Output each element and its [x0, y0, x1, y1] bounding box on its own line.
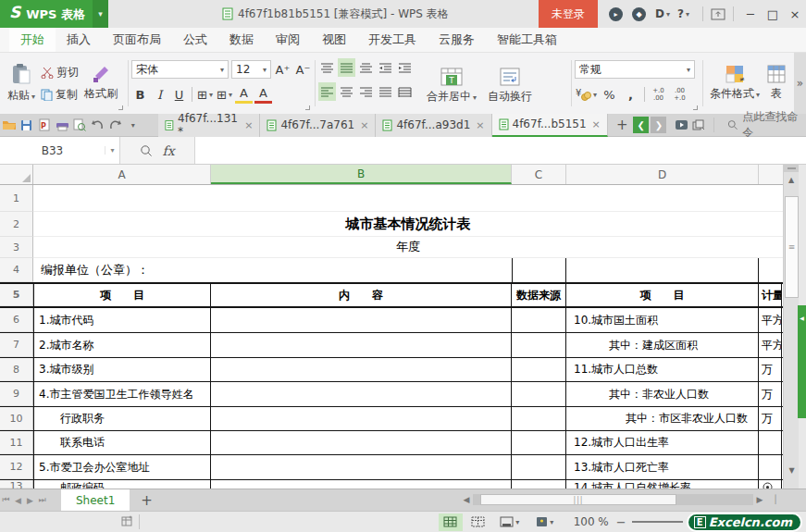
maximize-button[interactable]: □ — [762, 7, 784, 21]
shrink-font-button[interactable]: A⁻ — [294, 60, 312, 79]
cell-c8[interactable] — [512, 358, 566, 381]
row-header[interactable]: 9 — [0, 382, 33, 406]
fill-color-button[interactable]: A — [235, 85, 253, 104]
cell-e10[interactable]: 万 — [759, 407, 782, 430]
cell-row4-d[interactable] — [566, 258, 759, 282]
cell-d7[interactable]: 其中：建成区面积 — [566, 333, 759, 357]
cell-c12[interactable] — [512, 455, 566, 479]
percent-format-button[interactable]: % — [601, 85, 618, 104]
cell-e11[interactable] — [759, 431, 782, 454]
cell-c13[interactable] — [512, 480, 566, 489]
save-button[interactable] — [18, 115, 35, 135]
cell-c7[interactable] — [512, 333, 566, 357]
scroll-right-icon[interactable]: ▶ — [753, 495, 766, 504]
row-header[interactable]: 1 — [0, 185, 33, 212]
grow-font-button[interactable]: A⁺ — [274, 60, 291, 79]
cell-header-item2[interactable]: 项 目 — [566, 284, 759, 306]
next-sheet-icon[interactable]: ▶ — [24, 496, 36, 505]
align-middle-button[interactable] — [338, 58, 355, 77]
skin-center-icon[interactable]: ◆ — [632, 7, 646, 21]
vertical-scroll-thumb[interactable]: ≡ — [785, 196, 799, 298]
collapse-ribbon-icon[interactable] — [709, 4, 727, 24]
tab-formulas[interactable]: 公式 — [172, 28, 218, 52]
zoom-slider[interactable] — [632, 521, 683, 523]
row-header[interactable]: 2 — [0, 212, 33, 237]
cell-e12[interactable] — [759, 455, 782, 479]
comma-format-button[interactable]: , — [622, 85, 639, 104]
cell-year-label[interactable]: 年度 — [33, 237, 783, 258]
font-name-select[interactable]: 宋体▾ — [131, 60, 229, 79]
tab-view[interactable]: 视图 — [311, 28, 357, 52]
cell-table-title[interactable]: 城市基本情况统计表 — [33, 212, 783, 237]
align-center-button[interactable] — [338, 82, 355, 101]
cell-a6[interactable]: 1.城市代码 — [33, 308, 211, 332]
cell-d13[interactable]: 14.城市人口自然增长率 — [566, 480, 759, 489]
find-command-box[interactable]: 点此查找命令 — [727, 109, 806, 141]
cell-row1[interactable] — [33, 185, 783, 212]
cell-a12[interactable]: 5.市爱卫会办公室地址 — [33, 455, 211, 479]
cell-e6[interactable]: 平方 — [759, 308, 782, 332]
tab-smart-toolbox[interactable]: 智能工具箱 — [486, 28, 568, 52]
cell-b12[interactable] — [211, 455, 512, 479]
row-header[interactable]: 12 — [0, 455, 33, 479]
conditional-format-button[interactable]: ≠ 条件格式▾ — [706, 56, 763, 111]
app-menu-button[interactable]: S WPS 表格 ▾ — [0, 0, 108, 28]
cell-row4-c[interactable] — [512, 258, 566, 282]
tab-scroll-left-button[interactable]: ❮ — [633, 117, 649, 133]
italic-button[interactable]: I — [151, 85, 168, 104]
align-left-button[interactable] — [318, 82, 336, 101]
close-tab-icon[interactable]: × — [244, 119, 253, 131]
row-header[interactable]: 4 — [0, 258, 33, 282]
font-size-select[interactable]: 12▾ — [231, 60, 271, 79]
tab-developer[interactable]: 开发工具 — [357, 28, 428, 52]
redo-button[interactable] — [106, 115, 124, 135]
increase-indent-button[interactable] — [396, 58, 414, 77]
open-file-button[interactable] — [0, 115, 18, 135]
table-style-button[interactable]: 表 — [763, 56, 789, 111]
cell-b10[interactable] — [211, 407, 512, 430]
distribute-button[interactable] — [396, 82, 414, 101]
splitter-handle[interactable]: ▕ — [766, 495, 779, 504]
wrap-text-button[interactable]: 自动换行 — [484, 58, 536, 114]
cell-b6[interactable] — [211, 308, 512, 332]
borders-button[interactable]: ⊞▾ — [196, 85, 214, 104]
doc-tab-3[interactable]: 4f67f...a93d1× — [376, 114, 491, 137]
cell-d10[interactable]: 其中：市区非农业人口数 — [566, 407, 759, 430]
cell-c9[interactable] — [512, 382, 566, 406]
doc-tab-2[interactable]: 4f67f...7a761× — [260, 114, 376, 137]
close-tab-icon[interactable]: × — [360, 119, 368, 131]
cell-a8[interactable]: 3.城市级别 — [33, 358, 211, 381]
docer-button[interactable]: D▾ — [655, 7, 670, 20]
task-pane-handle[interactable]: ◀ — [798, 305, 806, 418]
cell-stats-icon[interactable] — [120, 514, 133, 529]
row-header[interactable]: 10 — [0, 407, 33, 430]
first-sheet-icon[interactable]: ⏮ — [0, 495, 12, 505]
select-all-corner[interactable] — [0, 165, 33, 184]
cell-report-unit[interactable]: 编报单位（公章）： — [33, 258, 211, 282]
page-break-view-button[interactable] — [466, 513, 490, 531]
cell-e7[interactable]: 平方 — [759, 333, 782, 357]
page-layout-view-button[interactable]: ▾ — [494, 513, 526, 531]
format-painter-button[interactable]: 格式刷 — [81, 56, 121, 111]
tab-scroll-right-button[interactable]: ❯ — [651, 117, 666, 133]
bold-button[interactable]: B — [131, 85, 149, 104]
doc-tab-4-active[interactable]: 4f67f...b5151× — [492, 114, 608, 137]
add-sheet-button[interactable]: + — [141, 492, 153, 509]
underline-button[interactable]: U — [170, 85, 188, 104]
horizontal-scrollbar[interactable]: ◀ ||| ▶ ▕ — [460, 493, 779, 506]
horizontal-scroll-thumb[interactable]: ||| — [480, 494, 676, 505]
minimize-button[interactable]: ─ — [739, 7, 762, 21]
scroll-down-icon[interactable]: ▼ — [784, 463, 800, 477]
column-header-e-partial[interactable] — [759, 165, 783, 184]
cell-row4-e[interactable] — [759, 258, 782, 282]
prev-sheet-icon[interactable]: ◀ — [12, 496, 24, 505]
horizontal-scroll-track[interactable]: ||| — [473, 494, 753, 505]
scroll-up-icon[interactable]: ▲ — [784, 172, 799, 187]
decrease-indent-button[interactable] — [377, 58, 394, 77]
tab-home[interactable]: 开始 — [9, 28, 56, 52]
column-header-d[interactable]: D — [566, 165, 759, 184]
normal-view-button[interactable] — [439, 513, 463, 531]
cell-e13[interactable] — [759, 480, 782, 489]
cell-header-content[interactable]: 内 容 — [211, 284, 512, 306]
caret-down-icon[interactable]: ▾ — [105, 146, 119, 155]
